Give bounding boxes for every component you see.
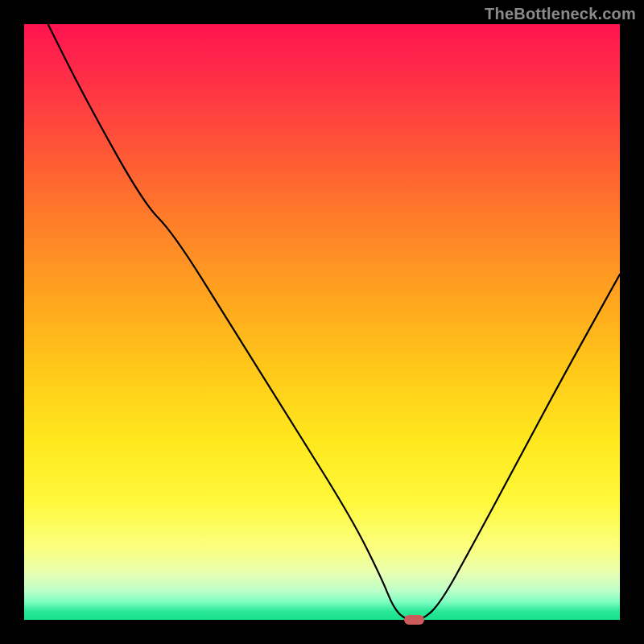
optimum-marker	[404, 615, 424, 625]
plot-area	[24, 24, 620, 620]
chart-frame: TheBottleneck.com	[0, 0, 644, 644]
bottleneck-curve	[24, 24, 620, 620]
curve-path	[48, 24, 620, 620]
watermark-text: TheBottleneck.com	[485, 5, 636, 23]
